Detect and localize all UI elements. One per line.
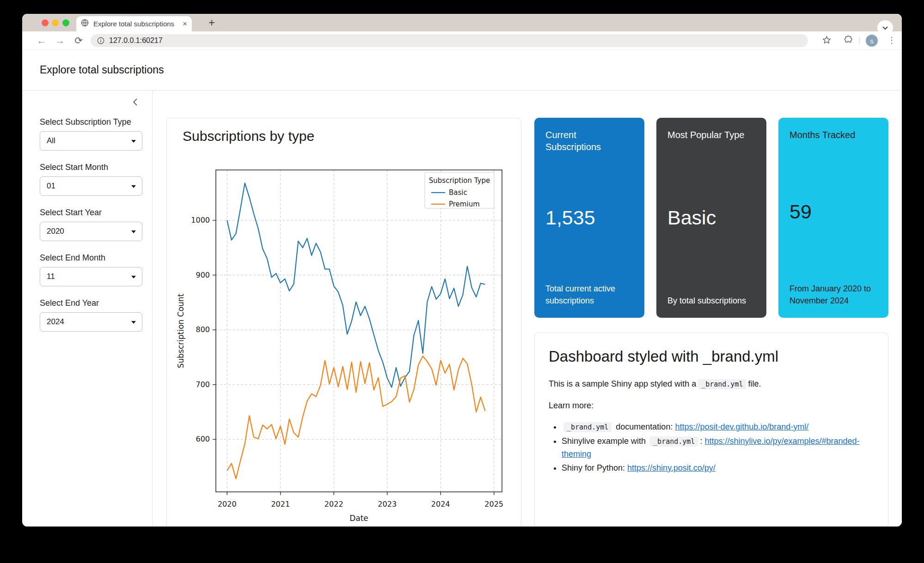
caret-down-icon [131,230,136,233]
browser-tab-strip: Explore total subscriptions × + [22,14,902,31]
sidebar-collapse-icon[interactable] [132,98,142,108]
extensions-puzzle-icon[interactable] [844,35,854,47]
svg-text:Basic: Basic [449,188,467,197]
select-value: 01 [47,182,55,191]
desktop-background: Explore total subscriptions × + ← → ⟳ 12… [0,0,924,563]
address-bar[interactable]: 127.0.0.1:60217 [91,34,808,47]
menu-kebab-icon[interactable]: ⋮ [887,35,896,45]
inline-code: _brand.yml [650,436,698,447]
inline-code: _brand.yml [563,422,612,432]
caret-down-icon [131,140,136,143]
info-card-title: Dashboard styled with _brand.yml [549,348,874,365]
app-header: Explore total subscriptions [22,50,902,91]
profile-avatar[interactable]: s [866,35,878,47]
svg-text:700: 700 [196,380,210,389]
svg-text:Subscription Count: Subscription Count [176,293,185,368]
info-card-intro: This is a sample Shiny app styled with a… [549,379,874,389]
forward-icon[interactable]: → [55,35,66,46]
tab-title: Explore total subscriptions [93,20,179,28]
list-item: Shinylive example with _brand.yml: https… [562,435,874,460]
select-value: All [47,136,55,145]
svg-text:2022: 2022 [324,500,343,509]
link[interactable]: https://shiny.posit.co/py/ [627,463,716,472]
learn-more-list: _brand.yml documentation: https://posit-… [549,421,874,474]
sidebar-control: Select End Month11 [40,253,152,286]
url-text[interactable]: 127.0.0.1:60217 [109,36,163,45]
globe-favicon-icon [81,19,89,29]
svg-text:2020: 2020 [218,500,237,509]
svg-text:Date: Date [349,514,368,523]
sidebar-control: Select Start Year2020 [40,208,152,241]
site-info-icon[interactable] [97,37,104,44]
value-box-caption: From January 2020 to November 2024 [789,283,877,307]
link[interactable]: https://shinylive.io/py/examples/#brande… [562,436,860,459]
sidebar-control: Select End Year2024 [40,298,152,332]
sidebar-control: Select Subscription TypeAll [40,117,152,151]
select-value: 2020 [47,227,64,236]
value-box-months-tracked: Months Tracked 59 From January 2020 to N… [778,118,888,318]
brand-info-card: Dashboard styled with _brand.yml This is… [534,333,888,527]
select-select-end-month[interactable]: 11 [40,267,142,286]
bookmark-star-icon[interactable] [822,35,832,47]
svg-text:900: 900 [196,271,210,279]
list-item: Shiny for Python: https://shiny.posit.co… [562,462,874,474]
new-tab-button[interactable]: + [205,16,219,30]
value-box-current-subscriptions: Current Subscriptions 1,535 Total curren… [534,118,644,318]
value-box-value: 59 [789,200,877,223]
svg-text:Premium: Premium [449,200,480,208]
select-label: Select End Month [40,253,152,263]
svg-text:600: 600 [196,435,210,443]
learn-more-label: Learn more: [549,401,874,411]
value-box-caption: Total current active subscriptions [545,283,633,307]
select-value: 11 [47,272,55,281]
sidebar-control: Select Start Month01 [40,163,152,196]
subscriptions-chart-card: 2020202120222023202420256007008009001000… [166,118,521,527]
select-select-start-month[interactable]: 01 [40,176,142,196]
reload-icon[interactable]: ⟳ [73,35,84,46]
select-value: 2024 [47,317,64,327]
select-select-start-year[interactable]: 2020 [40,222,142,241]
value-box-title: Months Tracked [789,129,877,141]
select-label: Select End Year [40,298,152,308]
subscriptions-line-chart: 2020202120222023202420256007008009001000… [167,118,521,527]
toolbar-divider: | [858,36,860,44]
select-select-subscription-type[interactable]: All [40,131,142,151]
main-content: 2020202120222023202420256007008009001000… [153,91,902,527]
back-icon[interactable]: ← [36,35,47,46]
link[interactable]: https://posit-dev.github.io/brand-yml/ [675,422,808,431]
select-label: Select Start Month [40,163,152,172]
window-minimize-button[interactable] [52,19,59,26]
value-box-value: 1,535 [545,206,633,229]
chart-card-title: Subscriptions by type [183,128,314,144]
browser-window: Explore total subscriptions × + ← → ⟳ 12… [22,14,902,527]
svg-text:2024: 2024 [431,500,450,509]
value-box-title: Most Popular Type [667,129,755,141]
tab-close-icon[interactable]: × [183,20,187,28]
select-label: Select Subscription Type [40,117,152,127]
chevron-down-icon [882,26,888,30]
svg-text:2021: 2021 [271,500,290,509]
svg-text:1000: 1000 [191,216,210,224]
window-zoom-button[interactable] [62,19,69,26]
value-box-value: Basic [667,206,755,229]
svg-text:2025: 2025 [484,500,503,509]
value-box-most-popular-type: Most Popular Type Basic By total subscri… [656,118,766,318]
browser-tab[interactable]: Explore total subscriptions × [76,16,192,31]
svg-text:2023: 2023 [378,500,397,509]
caret-down-icon [131,185,136,188]
browser-toolbar: ← → ⟳ 127.0.0.1:60217 | s ⋮ [22,31,902,50]
sidebar: Select Subscription TypeAllSelect Start … [22,91,153,527]
value-box-caption: By total subscriptions [667,295,755,307]
svg-text:800: 800 [196,325,210,334]
list-item: _brand.yml documentation: https://posit-… [562,421,874,434]
window-close-button[interactable] [42,19,49,26]
svg-text:Subscription Type: Subscription Type [429,176,490,185]
select-label: Select Start Year [40,208,152,218]
page-title: Explore total subscriptions [40,64,164,76]
caret-down-icon [131,321,136,324]
select-select-end-year[interactable]: 2024 [40,312,142,332]
value-box-title: Current Subscriptions [545,129,633,153]
caret-down-icon [131,276,136,278]
inline-code: _brand.yml [698,379,746,389]
